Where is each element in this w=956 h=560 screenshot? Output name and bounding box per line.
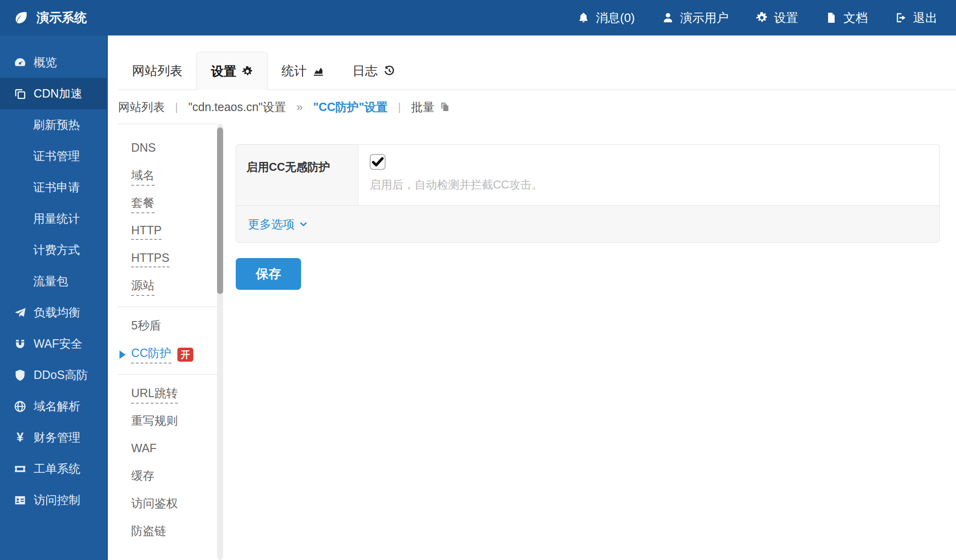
logout-icon (895, 12, 907, 24)
tab-label: 网站列表 (132, 63, 183, 79)
sidebar-item-label: 概览 (34, 55, 57, 70)
tab-label: 设置 (211, 63, 236, 80)
sidebar-item-cdn[interactable]: CDN加速 (0, 78, 106, 109)
chart-area-icon (312, 65, 324, 77)
breadcrumb-site-settings[interactable]: "cdn.teaos.cn"设置 (188, 99, 286, 115)
topbar-item-logout[interactable]: 退出 (895, 10, 937, 26)
sidebar-item-access-control[interactable]: 访问控制 (0, 484, 106, 516)
topbar-item-label: 设置 (774, 10, 798, 26)
sidebar-item-label: 证书管理 (33, 148, 80, 164)
subnav-item-origin[interactable]: 源站 (118, 273, 217, 301)
sidebar-item-finance[interactable]: ¥ 财务管理 (0, 422, 106, 453)
topbar-item-settings[interactable]: 设置 (756, 10, 798, 26)
ticket-icon (13, 462, 27, 476)
settings-body: DNS 域名 套餐 HTTP HTTPS 源站 5秒盾 CC防护 开 URL跳转… (118, 124, 956, 560)
more-options-link[interactable]: 更多选项 (248, 217, 309, 232)
breadcrumb-site-list[interactable]: 网站列表 (118, 99, 165, 115)
user-icon (662, 12, 674, 24)
sidebar-item-overview[interactable]: 概览 (0, 47, 106, 78)
topbar-item-label: 消息(0) (596, 10, 635, 26)
topbar-item-label: 退出 (913, 10, 937, 26)
subnav-group-protection: 5秒盾 CC防护 开 (118, 313, 217, 368)
app-logo[interactable]: 演示系统 (14, 9, 87, 26)
topbar-item-messages[interactable]: 消息(0) (577, 10, 635, 26)
document-icon (825, 12, 837, 24)
scrollbar-thumb[interactable] (217, 127, 223, 294)
tab-site-list[interactable]: 网站列表 (118, 52, 197, 90)
gear-icon (756, 12, 768, 24)
sidebar-item-label: 证书申请 (33, 180, 80, 195)
sidebar-item-refresh-prewarm[interactable]: 刷新预热 (0, 109, 106, 140)
globe-icon (13, 400, 27, 413)
gauge-icon (13, 56, 27, 69)
sidebar-item-label: 域名解析 (34, 399, 80, 414)
subnav-divider (118, 307, 217, 307)
subnav-item-waf[interactable]: WAF (118, 436, 217, 463)
bell-icon (577, 12, 590, 24)
sidebar-item-traffic-pack[interactable]: 流量包 (0, 266, 106, 297)
sidebar: 概览 CDN加速 刷新预热 证书管理 证书申请 用量统计 计费方式 流量包 (0, 35, 108, 560)
batch-label: 批量 (411, 99, 435, 115)
subnav-item-url-redirect[interactable]: URL跳转 (118, 381, 217, 408)
sidebar-item-label: 财务管理 (34, 430, 80, 445)
more-options-row: 更多选项 (236, 205, 939, 242)
subnav-scrollbar[interactable] (217, 124, 223, 560)
subnav-item-https[interactable]: HTTPS (118, 245, 217, 273)
sidebar-item-ddos[interactable]: DDoS高防 (0, 359, 106, 391)
topbar-item-label: 文档 (844, 10, 868, 26)
sidebar-item-waf[interactable]: WAF安全 (0, 328, 106, 359)
field-description: 启用后，自动检测并拦截CC攻击。 (370, 177, 928, 192)
leaf-icon (14, 11, 28, 25)
chevron-down-icon (298, 219, 309, 229)
more-options-label: 更多选项 (248, 217, 295, 232)
cc-protect-checkbox[interactable] (370, 154, 386, 170)
paper-plane-icon (13, 306, 27, 319)
sidebar-item-label: DDoS高防 (34, 367, 88, 383)
tab-label: 日志 (352, 63, 378, 79)
cc-protection-panel: 启用CC无感防护 启用后，自动检测并拦截CC攻击。 更多选项 (223, 124, 956, 560)
sidebar-item-cert-manage[interactable]: 证书管理 (0, 140, 106, 172)
tab-label: 统计 (281, 63, 307, 79)
sidebar-item-label: 计费方式 (33, 242, 80, 258)
history-icon (383, 65, 395, 77)
tab-statistics[interactable]: 统计 (267, 52, 338, 90)
breadcrumb-separator: | (175, 100, 178, 113)
subnav-item-http[interactable]: HTTP (118, 218, 217, 245)
subnav-item-access-auth[interactable]: 访问鉴权 (118, 491, 217, 518)
breadcrumb-batch-link[interactable]: 批量 (411, 99, 450, 115)
breadcrumb-arrow: » (296, 100, 303, 114)
subnav-item-rewrite-rules[interactable]: 重写规则 (118, 408, 217, 436)
sidebar-item-label: 用量统计 (33, 211, 80, 226)
subnav-item-cache[interactable]: 缓存 (118, 463, 217, 491)
shield-icon (13, 369, 27, 382)
save-button[interactable]: 保存 (236, 258, 301, 290)
sidebar-item-cert-apply[interactable]: 证书申请 (0, 172, 106, 203)
sidebar-item-billing-method[interactable]: 计费方式 (0, 234, 106, 266)
cc-protection-card: 启用CC无感防护 启用后，自动检测并拦截CC攻击。 更多选项 (236, 144, 940, 243)
subnav-item-cc-protection[interactable]: CC防护 开 (118, 341, 217, 368)
breadcrumb-current-page[interactable]: "CC防护"设置 (313, 99, 388, 115)
subnav-item-dns[interactable]: DNS (118, 135, 217, 163)
sidebar-item-load-balance[interactable]: 负载均衡 (0, 297, 106, 328)
subnav-item-5s-shield[interactable]: 5秒盾 (118, 313, 217, 341)
magnet-icon (13, 337, 27, 350)
topbar-item-docs[interactable]: 文档 (825, 10, 868, 26)
topbar-menu: 消息(0) 演示用户 设置 文档 退出 (577, 10, 937, 26)
breadcrumb-separator: | (398, 100, 401, 113)
subnav-item-domain[interactable]: 域名 (118, 163, 217, 190)
sidebar-item-tickets[interactable]: 工单系统 (0, 453, 106, 484)
enable-cc-row: 启用CC无感防护 启用后，自动检测并拦截CC攻击。 (236, 145, 939, 205)
subnav-group-basic: DNS 域名 套餐 HTTP HTTPS 源站 (118, 135, 217, 301)
app-title: 演示系统 (36, 9, 87, 26)
topbar-item-label: 演示用户 (680, 10, 729, 26)
sidebar-item-usage-stats[interactable]: 用量统计 (0, 203, 106, 234)
topbar-item-user[interactable]: 演示用户 (662, 10, 729, 26)
subnav-item-plan[interactable]: 套餐 (118, 190, 217, 218)
settings-subnav: DNS 域名 套餐 HTTP HTTPS 源站 5秒盾 CC防护 开 URL跳转… (118, 124, 217, 560)
subnav-item-hotlink-protect[interactable]: 防盗链 (118, 518, 217, 546)
sidebar-item-dns-resolve[interactable]: 域名解析 (0, 391, 106, 422)
clone-icon (13, 87, 27, 100)
sidebar-item-label: 负载均衡 (34, 305, 80, 320)
tab-settings[interactable]: 设置 (197, 52, 267, 90)
tab-logs[interactable]: 日志 (338, 52, 409, 90)
